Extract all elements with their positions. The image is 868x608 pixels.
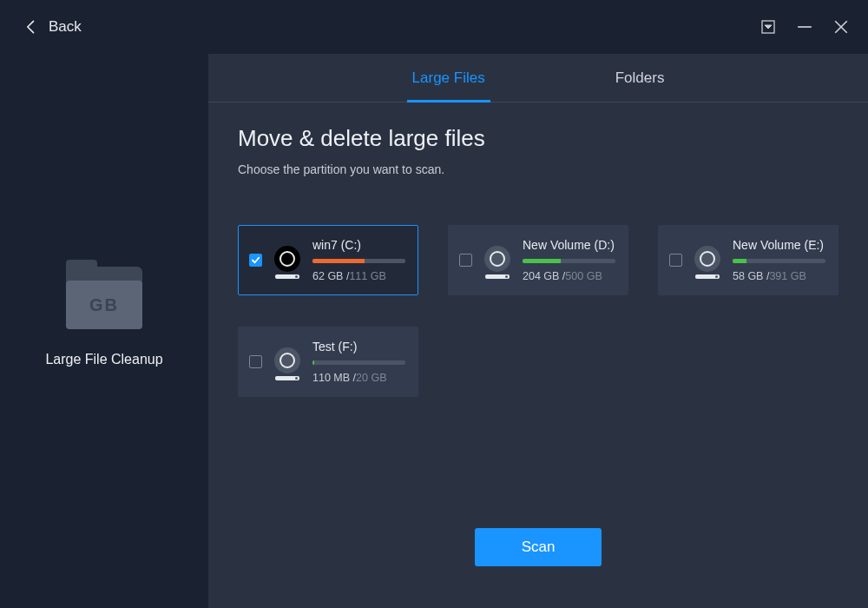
tab-label: Folders [615, 69, 665, 87]
partition-grid: win7 (C:)62 GB /111 GBNew Volume (D:)204… [208, 176, 868, 397]
partition-name: New Volume (D:) [523, 238, 615, 252]
usage-bar [312, 259, 405, 263]
partition-info: New Volume (E:)58 GB /391 GB [733, 238, 825, 282]
partition-size: 204 GB /500 GB [523, 270, 615, 282]
tab-label: Large Files [412, 69, 485, 87]
large-file-icon: GB [66, 267, 142, 329]
usage-bar [312, 360, 405, 365]
drive-icon [483, 246, 512, 275]
partition-size: 110 MB /20 GB [312, 372, 405, 384]
partition-size: 62 GB /111 GB [312, 270, 405, 282]
partition-name: Test (F:) [312, 340, 405, 354]
close-icon[interactable] [833, 19, 849, 35]
page-title: Move & delete large files [238, 125, 838, 152]
usage-bar [523, 259, 615, 263]
scan-button[interactable]: Scan [475, 528, 602, 566]
partition-info: New Volume (D:)204 GB /500 GB [523, 238, 615, 282]
tab-folders[interactable]: Folders [615, 54, 665, 102]
minimize-icon[interactable] [797, 19, 812, 35]
folder-badge-text: GB [66, 281, 142, 329]
heading: Move & delete large files Choose the par… [208, 102, 868, 176]
tabs: Large Files Folders [208, 54, 868, 102]
partition-name: New Volume (E:) [733, 238, 825, 252]
window-controls [760, 19, 849, 35]
partition-card[interactable]: win7 (C:)62 GB /111 GB [238, 225, 418, 295]
title-bar: Back [0, 0, 868, 54]
content-area: Large Files Folders Move & delete large … [208, 54, 868, 608]
bottom-bar: Scan [208, 528, 868, 608]
drive-icon [693, 246, 722, 275]
partition-checkbox[interactable] [249, 254, 262, 267]
partition-card[interactable]: Test (F:)110 MB /20 GB [238, 327, 418, 397]
partition-card[interactable]: New Volume (D:)204 GB /500 GB [448, 225, 628, 295]
sidebar-title: Large File Cleanup [45, 352, 162, 367]
partition-info: Test (F:)110 MB /20 GB [312, 340, 405, 384]
usage-bar [733, 259, 825, 263]
back-button[interactable]: Back [23, 18, 82, 36]
tab-large-files[interactable]: Large Files [412, 54, 485, 102]
partition-name: win7 (C:) [312, 238, 405, 252]
drive-icon [273, 246, 302, 275]
arrow-left-icon [23, 18, 40, 36]
back-label: Back [49, 18, 82, 36]
dropdown-icon[interactable] [760, 19, 776, 35]
page-subtitle: Choose the partition you want to scan. [238, 162, 838, 176]
partition-info: win7 (C:)62 GB /111 GB [312, 238, 405, 282]
partition-checkbox[interactable] [249, 355, 262, 368]
partition-checkbox[interactable] [459, 254, 472, 267]
drive-icon [273, 347, 302, 377]
partition-card[interactable]: New Volume (E:)58 GB /391 GB [658, 225, 838, 295]
sidebar: GB Large File Cleanup [0, 54, 208, 608]
partition-checkbox[interactable] [669, 254, 682, 267]
partition-size: 58 GB /391 GB [733, 270, 825, 282]
